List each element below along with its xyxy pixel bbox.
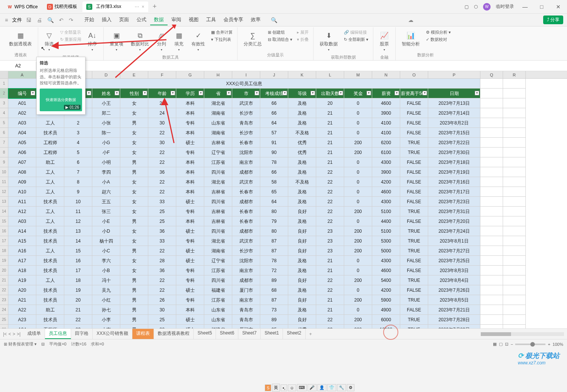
data-cell[interactable]: 22 [316, 207, 344, 216]
data-cell[interactable]: 成都市 [232, 275, 260, 285]
data-cell[interactable]: 女 [120, 197, 148, 207]
data-cell[interactable]: 及格 [288, 285, 316, 295]
menu-插入[interactable]: 插入 [98, 15, 115, 25]
data-cell[interactable]: 湖南省 [204, 246, 232, 256]
data-cell[interactable]: 20 [316, 98, 344, 108]
data-cell[interactable]: 小红 [92, 295, 120, 305]
view-custom-icon[interactable]: ⊡ [505, 342, 508, 347]
data-cell[interactable]: 助工 [36, 305, 64, 315]
data-cell[interactable]: 良好 [288, 315, 316, 325]
data-cell[interactable]: 4600 [372, 98, 400, 108]
data-cell[interactable]: 小李 [92, 315, 120, 325]
data-cell[interactable]: 陈一 [92, 128, 120, 138]
data-cell[interactable]: 25 [148, 315, 176, 325]
row-header[interactable]: 1 [0, 79, 8, 89]
data-cell[interactable]: 沈阳市 [232, 256, 260, 266]
data-cell[interactable]: 硕士 [176, 256, 204, 266]
data-cell[interactable]: 65 [260, 187, 288, 197]
group-button[interactable]: ⊞ 创建组 [266, 29, 294, 36]
data-cell[interactable]: FALSE [400, 157, 428, 167]
data-cell[interactable]: A20 [8, 285, 36, 295]
data-cell[interactable]: 22 [316, 275, 344, 285]
data-cell[interactable]: 200 [344, 325, 372, 328]
filter-dropdown-icon[interactable]: ▾ [283, 91, 287, 95]
ime-settings-icon[interactable]: ⚙ [347, 384, 354, 391]
data-cell[interactable]: 孙七 [92, 305, 120, 315]
data-cell[interactable]: 4900 [372, 305, 400, 315]
data-cell[interactable]: FALSE [400, 98, 428, 108]
select-all-corner[interactable] [0, 71, 8, 78]
data-cell[interactable]: 优秀 [288, 148, 316, 157]
col-header-A[interactable]: A [8, 71, 36, 78]
data-cell[interactable]: 0 [344, 266, 372, 275]
sheet-nav-button[interactable]: < [8, 331, 11, 337]
tooltip-video[interactable]: 快速筛选分类数据 ▶ 01:26 [40, 89, 82, 111]
data-cell[interactable]: 2023年7月30日 [428, 148, 480, 157]
data-cell[interactable]: 0 [344, 98, 372, 108]
data-cell[interactable]: 成都市 [232, 197, 260, 207]
col-header-K[interactable]: K [288, 71, 316, 78]
data-cell[interactable]: 4200 [372, 285, 400, 295]
data-cell[interactable]: A21 [8, 295, 36, 305]
row-header[interactable]: 16 [0, 226, 8, 236]
data-cell[interactable]: 及格 [288, 108, 316, 118]
column-header-cell[interactable]: 学历▾ [176, 89, 204, 98]
data-cell[interactable]: 0 [344, 157, 372, 167]
data-cell[interactable]: 小B [92, 266, 120, 275]
data-cell[interactable]: 200 [344, 315, 372, 325]
data-cell[interactable]: A22 [8, 305, 36, 315]
data-cell[interactable]: 赵六 [92, 187, 120, 197]
data-cell[interactable]: 4200 [372, 177, 400, 187]
data-cell[interactable]: 2023年8月5日 [428, 295, 480, 305]
data-cell[interactable]: 64 [260, 118, 288, 128]
data-cell[interactable]: 30 [148, 305, 176, 315]
close-button[interactable]: ✕ [553, 4, 564, 10]
app-tab[interactable]: WWPS Office [3, 2, 42, 12]
column-header-cell[interactable]: 姓名▾ [92, 89, 120, 98]
filter-dropdown-icon[interactable]: ▾ [423, 91, 427, 95]
sheet-tab[interactable]: XXX公司销售额 [93, 329, 132, 339]
data-cell[interactable]: 2023年7月20日 [428, 216, 480, 226]
duplicates-button[interactable]: ▣重复项▾ [107, 29, 126, 54]
data-cell[interactable]: 辽宁省 [204, 148, 232, 157]
row-header[interactable]: 4 [0, 108, 8, 118]
column-header-cell[interactable]: 年龄▾ [148, 89, 176, 98]
data-cell[interactable]: 男 [120, 275, 148, 285]
filter-dropdown-icon[interactable]: ▾ [367, 91, 371, 95]
data-cell[interactable]: 女 [120, 226, 148, 236]
row-header[interactable]: 24 [0, 305, 8, 315]
data-cell[interactable]: 12 [64, 216, 92, 226]
data-cell[interactable]: 10 [64, 197, 92, 207]
ime-punct-icon[interactable]: •, [281, 384, 287, 391]
data-cell[interactable]: 30 [148, 118, 176, 128]
data-cell[interactable]: 四川省 [204, 197, 232, 207]
data-cell[interactable]: FALSE [400, 177, 428, 187]
data-cell[interactable]: 23 [316, 246, 344, 256]
data-cell[interactable]: 工程师 [36, 148, 64, 157]
filter-dropdown-icon[interactable]: ▾ [87, 91, 91, 95]
data-cell[interactable]: 小E [92, 216, 120, 226]
data-cell[interactable]: 22 [148, 246, 176, 256]
data-cell[interactable]: FALSE [400, 256, 428, 266]
data-cell[interactable]: A03 [8, 118, 36, 128]
row-header[interactable]: 19 [0, 256, 8, 266]
data-cell[interactable]: A07 [8, 157, 36, 167]
filter-dropdown-icon[interactable]: ▾ [339, 91, 343, 95]
data-cell[interactable]: 0 [344, 128, 372, 138]
data-cell[interactable]: 男 [120, 285, 148, 295]
data-cell[interactable]: A23 [8, 315, 36, 325]
column-header-cell[interactable]: 日期▾ [428, 89, 480, 98]
data-cell[interactable]: 工人 [36, 207, 64, 216]
data-cell[interactable]: 21 [316, 157, 344, 167]
data-cell[interactable]: 22 [148, 148, 176, 157]
refresh-button[interactable]: ↻ 全部刷新 ▾ [342, 36, 370, 43]
col-header-I[interactable]: I [232, 71, 260, 78]
data-cell[interactable]: 7 [64, 167, 92, 177]
search-icon[interactable]: 🔍 [270, 16, 278, 24]
validation-button[interactable]: ✓有效性▾ [188, 29, 208, 54]
data-cell[interactable]: 4600 [372, 187, 400, 197]
data-cell[interactable]: 福建省 [204, 325, 232, 328]
ime-keyboard-icon[interactable]: ⌨ [297, 384, 307, 391]
menu-页面[interactable]: 页面 [115, 15, 133, 25]
data-cell[interactable]: 厦门市 [232, 285, 260, 295]
